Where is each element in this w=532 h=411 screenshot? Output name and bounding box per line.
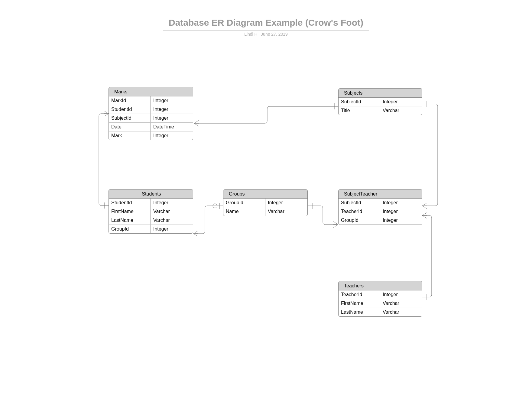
entity-marks-body: MarkId Integer StudentId Integer Subject… — [109, 96, 193, 140]
field-name: GroupId — [339, 216, 380, 225]
field-type: Varchar — [151, 207, 193, 216]
diagram-title: Database ER Diagram Example (Crow's Foot… — [0, 18, 532, 29]
field-row: Title Varchar — [339, 106, 422, 115]
field-name: LastName — [339, 308, 380, 316]
field-name: LastName — [109, 216, 151, 225]
field-type: Integer — [151, 105, 193, 114]
field-name: StudentId — [109, 199, 151, 207]
field-type: Varchar — [380, 308, 422, 316]
field-row: FirstName Varchar — [339, 299, 422, 308]
field-row: Date DateTime — [109, 122, 193, 131]
field-name: MarkId — [109, 96, 151, 105]
entity-teachers: Teachers TeacherId Integer FirstName Var… — [338, 281, 422, 317]
field-type: Varchar — [265, 207, 307, 216]
field-row: StudentId Integer — [109, 105, 193, 114]
field-name: StudentId — [109, 105, 151, 114]
field-name: Mark — [109, 131, 151, 140]
field-row: SubjectId Integer — [109, 114, 193, 122]
entity-marks: Marks MarkId Integer StudentId Integer S… — [109, 87, 193, 140]
entity-students-body: StudentId Integer FirstName Varchar Last… — [109, 199, 193, 233]
entity-subjectteacher-body: SubjectId Integer TeacherId Integer Grou… — [339, 199, 422, 225]
field-type: Integer — [151, 114, 193, 122]
title-rule — [163, 30, 369, 31]
field-name: SubjectId — [339, 199, 380, 207]
field-type: Integer — [151, 96, 193, 105]
field-row: GroupId Integer — [109, 225, 193, 233]
entity-students-header: Students — [109, 189, 193, 199]
field-row: GroupId Integer — [223, 199, 307, 207]
field-name: SubjectId — [109, 114, 151, 122]
field-row: GroupId Integer — [339, 216, 422, 225]
field-name: GroupId — [223, 199, 265, 207]
field-row: SubjectId Integer — [339, 98, 422, 106]
entity-subjects-body: SubjectId Integer Title Varchar — [339, 98, 422, 115]
entity-teachers-body: TeacherId Integer FirstName Varchar Last… — [339, 290, 422, 316]
entity-groups-body: GroupId Integer Name Varchar — [223, 199, 307, 216]
field-row: MarkId Integer — [109, 96, 193, 105]
field-row: TeacherId Integer — [339, 290, 422, 299]
field-type: Integer — [151, 131, 193, 140]
diagram-header: Database ER Diagram Example (Crow's Foot… — [0, 18, 532, 37]
field-row: Mark Integer — [109, 131, 193, 140]
field-name: FirstName — [109, 207, 151, 216]
field-name: Date — [109, 123, 151, 131]
field-row: LastName Varchar — [109, 216, 193, 225]
entity-subjectteacher-header: SubjectTeacher — [339, 189, 422, 199]
field-type: DateTime — [151, 123, 193, 131]
field-row: SubjectId Integer — [339, 199, 422, 207]
field-name: TeacherId — [339, 207, 380, 216]
entity-groups: Groups GroupId Integer Name Varchar — [223, 189, 308, 216]
field-name: Title — [339, 106, 380, 115]
field-type: Integer — [380, 98, 422, 106]
field-row: FirstName Varchar — [109, 207, 193, 216]
field-name: GroupId — [109, 225, 151, 233]
entity-subjects: Subjects SubjectId Integer Title Varchar — [338, 88, 422, 115]
entity-marks-header: Marks — [109, 87, 193, 96]
entity-students: Students StudentId Integer FirstName Var… — [109, 189, 193, 234]
field-name: FirstName — [339, 299, 380, 308]
field-name: Name — [223, 207, 265, 216]
field-type: Integer — [151, 225, 193, 233]
diagram-page: Database ER Diagram Example (Crow's Foot… — [0, 0, 532, 411]
field-row: StudentId Integer — [109, 199, 193, 207]
field-type: Integer — [380, 199, 422, 207]
diagram-subtitle: Lindi H | June 27, 2019 — [0, 32, 532, 37]
field-type: Integer — [380, 216, 422, 225]
field-type: Varchar — [380, 106, 422, 115]
svg-point-2 — [213, 204, 217, 208]
field-row: TeacherId Integer — [339, 207, 422, 216]
field-type: Varchar — [380, 299, 422, 308]
field-row: LastName Varchar — [339, 308, 422, 316]
entity-teachers-header: Teachers — [339, 281, 422, 290]
field-type: Integer — [151, 199, 193, 207]
entity-subjects-header: Subjects — [339, 89, 422, 98]
entity-subjectteacher: SubjectTeacher SubjectId Integer Teacher… — [338, 189, 422, 225]
field-type: Varchar — [151, 216, 193, 225]
field-row: Name Varchar — [223, 207, 307, 216]
field-name: TeacherId — [339, 290, 380, 299]
field-type: Integer — [380, 207, 422, 216]
entity-groups-header: Groups — [223, 189, 307, 199]
field-name: SubjectId — [339, 98, 380, 106]
field-type: Integer — [265, 199, 307, 207]
field-type: Integer — [380, 290, 422, 299]
